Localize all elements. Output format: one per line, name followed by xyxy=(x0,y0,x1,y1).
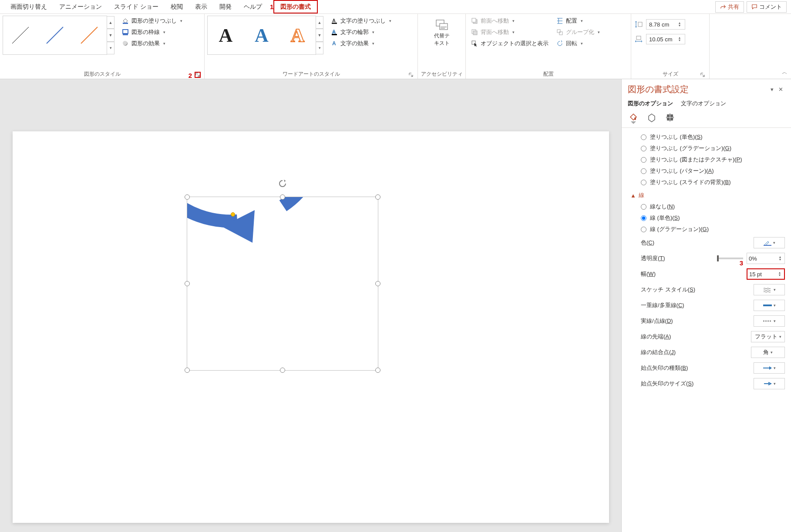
share-label: 共有 xyxy=(728,3,739,11)
style-thumb-1[interactable] xyxy=(10,24,31,46)
fill-solid-radio[interactable]: 塗りつぶし (単色)(S) xyxy=(630,131,785,143)
style-thumb-3[interactable] xyxy=(78,24,100,46)
pane-tab-shape[interactable]: 図形のオプション xyxy=(628,100,673,107)
gallery-down[interactable]: ▼ xyxy=(107,29,114,41)
outline-icon xyxy=(122,29,129,36)
comment-button[interactable]: コメント xyxy=(747,1,787,13)
shape-selection[interactable] xyxy=(187,197,378,371)
collapse-ribbon[interactable]: ︿ xyxy=(782,68,788,76)
wordart-2[interactable]: A xyxy=(255,24,269,47)
begin-arrow-picker[interactable]: ▾ xyxy=(754,362,785,374)
adj-handle-2[interactable] xyxy=(231,212,235,217)
wa-more[interactable]: ▾ xyxy=(316,42,323,54)
arc-arrow-shape[interactable] xyxy=(187,197,379,371)
width-down[interactable]: ▼ xyxy=(677,39,682,42)
width-input[interactable]: 10.05 cm▲▼ xyxy=(646,34,685,44)
fill-bg-radio[interactable]: 塗りつぶし (スライドの背景)(B) xyxy=(630,177,785,188)
fill-grad-radio[interactable]: 塗りつぶし (グラデーション)(G) xyxy=(630,143,785,154)
handle-bl[interactable] xyxy=(185,368,190,373)
join-picker[interactable]: 角▾ xyxy=(751,347,785,358)
rotate-button[interactable]: 回転▾ xyxy=(554,38,603,49)
line-width-input[interactable]: 15 pt▲▼ xyxy=(747,268,785,280)
shape-fill-button[interactable]: 図形の塗りつぶし▾ xyxy=(119,16,185,26)
width-icon xyxy=(634,35,643,43)
pane-body[interactable]: 塗りつぶし (単色)(S) 塗りつぶし (グラデーション)(G) 塗りつぶし (… xyxy=(622,127,791,532)
pane-ico-fill[interactable] xyxy=(628,112,639,123)
line-color-label: 色(C) xyxy=(641,239,754,247)
shape-styles-launcher[interactable] xyxy=(195,72,201,78)
rotate-label: 回転 xyxy=(566,40,577,47)
rotate-handle[interactable] xyxy=(278,179,287,190)
line-color-picker[interactable]: ▾ xyxy=(754,237,785,248)
wordart-3[interactable]: A xyxy=(291,24,305,47)
handle-tr[interactable] xyxy=(375,194,380,200)
cap-picker[interactable]: フラット▾ xyxy=(751,331,785,342)
begin-size-picker[interactable]: ▾ xyxy=(754,378,785,389)
share-button[interactable]: 共有 xyxy=(715,1,744,13)
slide-canvas[interactable] xyxy=(0,79,621,532)
handle-t[interactable] xyxy=(280,194,285,200)
line-width-label: 幅(W) xyxy=(641,270,747,278)
height-input[interactable]: 8.78 cm▲▼ xyxy=(646,19,685,30)
height-down[interactable]: ▼ xyxy=(677,24,682,27)
alt-text-button[interactable]: 代替テキスト xyxy=(429,16,455,50)
pane-ico-size[interactable] xyxy=(664,112,676,123)
text-effects-label: 文字の効果 xyxy=(340,40,369,47)
tab-transitions[interactable]: 画面切り替え xyxy=(4,0,53,13)
tab-view[interactable]: 表示 xyxy=(189,0,213,13)
svg-rect-9 xyxy=(332,23,337,24)
gallery-more[interactable]: ▾ xyxy=(107,42,114,54)
text-effects-button[interactable]: A 文字の効果▾ xyxy=(328,38,394,49)
pane-options[interactable]: ▾ xyxy=(767,86,776,93)
tab-animations[interactable]: アニメーション xyxy=(53,0,108,13)
text-outline-button[interactable]: A 文字の輪郭▾ xyxy=(328,27,394,37)
send-backward-button[interactable]: 背面へ移動▾ xyxy=(468,27,551,37)
rotate-icon xyxy=(556,40,563,47)
fill-pattern-radio[interactable]: 塗りつぶし (パターン)(A) xyxy=(630,165,785,177)
height-icon xyxy=(634,20,643,28)
cap-value: フラット xyxy=(755,333,778,341)
pane-tab-text[interactable]: 文字のオプション xyxy=(681,100,726,107)
wa-down[interactable]: ▼ xyxy=(316,29,323,41)
shape-outline-button[interactable]: 図形の枠線▾ xyxy=(119,27,185,37)
pane-close[interactable]: ✕ xyxy=(776,86,785,93)
handle-r[interactable] xyxy=(375,281,380,286)
sketch-picker[interactable]: ▾ xyxy=(754,284,785,295)
tab-shape-format[interactable]: 図形の書式 xyxy=(273,0,318,13)
wordart-launcher[interactable] xyxy=(408,72,414,78)
compound-picker[interactable]: ▾ xyxy=(754,300,785,311)
bring-forward-button[interactable]: 前面へ移動▾ xyxy=(468,16,551,26)
group-button[interactable]: グループ化▾ xyxy=(554,27,603,37)
svg-point-7 xyxy=(123,41,127,45)
wa-up[interactable]: ▲ xyxy=(316,16,323,29)
selection-pane-button[interactable]: オブジェクトの選択と表示 xyxy=(468,38,551,49)
dash-picker[interactable]: ▾ xyxy=(754,315,785,327)
slide[interactable] xyxy=(13,131,609,523)
align-button[interactable]: 配置▾ xyxy=(554,16,603,26)
trans-input[interactable]: 0%▲▼ xyxy=(747,253,785,264)
handle-l[interactable] xyxy=(185,281,190,286)
text-fill-button[interactable]: A 文字の塗りつぶし▾ xyxy=(328,16,394,26)
tab-review[interactable]: 校閲 xyxy=(165,0,189,13)
tab-help[interactable]: ヘルプ xyxy=(238,0,268,13)
line-none-radio[interactable]: 線なし(N) xyxy=(630,201,785,212)
fill-pic-radio[interactable]: 塗りつぶし (図またはテクスチャ)(P) xyxy=(630,154,785,165)
shape-style-gallery[interactable]: ▲ ▼ ▾ xyxy=(3,16,107,55)
tab-slideshow[interactable]: スライド ショー xyxy=(108,0,165,13)
svg-rect-22 xyxy=(638,22,642,27)
size-launcher[interactable] xyxy=(700,72,706,78)
line-grad-radio[interactable]: 線 (グラデーション)(G) xyxy=(630,224,785,235)
wordart-1[interactable]: A xyxy=(219,24,232,47)
pane-ico-effects[interactable] xyxy=(646,112,657,123)
handle-br[interactable] xyxy=(375,368,380,373)
gallery-up[interactable]: ▲ xyxy=(107,16,114,29)
handle-b[interactable] xyxy=(280,368,285,373)
line-solid-radio[interactable]: 線 (単色)(S) xyxy=(630,212,785,224)
handle-tl[interactable] xyxy=(185,194,190,200)
wordart-gallery[interactable]: A A A ▲ ▼ ▾ xyxy=(207,16,316,55)
line-section[interactable]: ▲ 線 xyxy=(630,188,785,201)
shape-effects-button[interactable]: 図形の効果▾ xyxy=(119,38,185,49)
text-effects-icon: A xyxy=(331,40,338,47)
tab-developer[interactable]: 開発 xyxy=(213,0,238,13)
style-thumb-2[interactable] xyxy=(44,24,66,46)
